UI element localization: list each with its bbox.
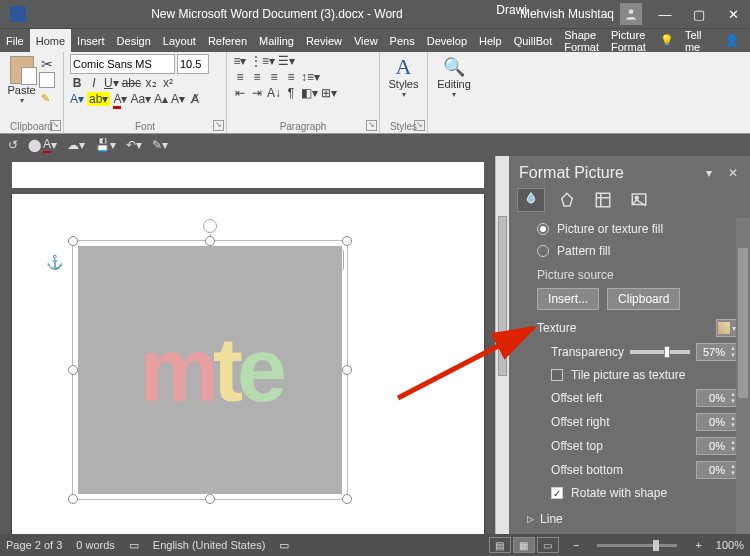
format-painter-icon[interactable]: ✎: [41, 92, 55, 106]
resize-handle[interactable]: [342, 236, 352, 246]
qat-touch-button[interactable]: ↺: [8, 138, 18, 152]
qat-undo-button[interactable]: ↶▾: [126, 138, 142, 152]
maximize-button[interactable]: ▢: [682, 0, 716, 28]
cut-icon[interactable]: ✂: [41, 56, 57, 72]
scrollbar-thumb[interactable]: [738, 248, 748, 398]
tab-pens[interactable]: Pens: [384, 29, 421, 52]
clipboard-button[interactable]: Clipboard: [607, 288, 680, 310]
pane-tab-effects[interactable]: [553, 188, 581, 212]
offset-left-spinner[interactable]: ▲▼: [696, 389, 740, 407]
paragraph-dialog-launcher[interactable]: ↘: [366, 120, 377, 131]
clipboard-dialog-launcher[interactable]: ↘: [50, 120, 61, 131]
copy-icon[interactable]: [41, 74, 57, 90]
tell-me-button[interactable]: 💡 Tell me: [652, 29, 718, 53]
texture-picker-button[interactable]: [716, 319, 738, 337]
offset-bottom-spinner[interactable]: ▲▼: [696, 461, 740, 479]
tab-references[interactable]: Referen: [202, 29, 253, 52]
qat-bullets-button[interactable]: ☁▾: [67, 138, 85, 152]
tab-review[interactable]: Review: [300, 29, 348, 52]
transparency-spinner[interactable]: ▲▼: [696, 343, 740, 361]
tab-view[interactable]: View: [348, 29, 384, 52]
resize-handle[interactable]: [68, 236, 78, 246]
status-words[interactable]: 0 words: [76, 539, 115, 551]
pane-tab-picture[interactable]: [625, 188, 653, 212]
shrink-font-button[interactable]: A▾: [171, 92, 185, 106]
line-spacing-button[interactable]: ↕≡▾: [301, 70, 320, 84]
bullets-button[interactable]: ≡▾: [233, 54, 247, 68]
editing-button[interactable]: 🔍 Editing ▾: [434, 54, 474, 101]
tab-help[interactable]: Help: [473, 29, 508, 52]
subscript-button[interactable]: x₂: [144, 76, 158, 90]
offset-top-spinner[interactable]: ▲▼: [696, 437, 740, 455]
paste-button[interactable]: Paste ▾: [6, 56, 37, 106]
align-center-button[interactable]: ≡: [250, 70, 264, 84]
tab-mailings[interactable]: Mailing: [253, 29, 300, 52]
resize-handle[interactable]: [205, 236, 215, 246]
tab-home[interactable]: Home: [30, 29, 71, 52]
shading-button[interactable]: ◧▾: [301, 86, 318, 100]
status-language[interactable]: English (United States): [153, 539, 266, 551]
pane-close-button[interactable]: ✕: [726, 166, 740, 180]
text-effects-button[interactable]: A▾: [70, 92, 84, 106]
rotate-with-shape-checkbox[interactable]: ✓ Rotate with shape: [519, 482, 746, 504]
font-name-select[interactable]: [70, 54, 175, 74]
slider-thumb[interactable]: [653, 540, 659, 551]
close-button[interactable]: ✕: [716, 0, 750, 28]
tab-design[interactable]: Design: [111, 29, 157, 52]
tab-insert[interactable]: Insert: [71, 29, 111, 52]
show-marks-button[interactable]: ¶: [284, 86, 298, 100]
tab-layout[interactable]: Layout: [157, 29, 202, 52]
font-dialog-launcher[interactable]: ↘: [213, 120, 224, 131]
status-spellcheck-icon[interactable]: ▭: [129, 539, 139, 552]
multilevel-button[interactable]: ☰▾: [278, 54, 295, 68]
underline-button[interactable]: U▾: [104, 76, 119, 90]
share-button[interactable]: 👤 Share: [717, 34, 750, 47]
zoom-level[interactable]: 100%: [716, 539, 744, 551]
numbering-button[interactable]: ⋮≡▾: [250, 54, 275, 68]
vertical-scrollbar[interactable]: [495, 156, 509, 556]
scrollbar-thumb[interactable]: [498, 216, 507, 376]
resize-handle[interactable]: [342, 494, 352, 504]
strikethrough-button[interactable]: abc: [122, 76, 141, 90]
styles-dialog-launcher[interactable]: ↘: [414, 120, 425, 131]
change-case-button[interactable]: Aa▾: [130, 92, 151, 106]
tile-checkbox[interactable]: Tile picture as texture: [519, 364, 746, 386]
fill-picture-texture-radio[interactable]: Picture or texture fill: [519, 218, 746, 240]
pane-tab-layout[interactable]: [589, 188, 617, 212]
increase-indent-button[interactable]: ⇥: [250, 86, 264, 100]
pane-tab-fill[interactable]: [517, 188, 545, 212]
view-print-button[interactable]: ▦: [513, 537, 535, 553]
resize-handle[interactable]: [342, 365, 352, 375]
minimize-button[interactable]: ―: [648, 0, 682, 28]
avatar-icon[interactable]: [620, 3, 642, 25]
tab-file[interactable]: File: [0, 29, 30, 52]
zoom-out-button[interactable]: −: [573, 539, 579, 551]
zoom-in-button[interactable]: +: [695, 539, 701, 551]
italic-button[interactable]: I: [87, 76, 101, 90]
font-color-button[interactable]: A▾: [113, 92, 127, 106]
justify-button[interactable]: ≡: [284, 70, 298, 84]
offset-right-spinner[interactable]: ▲▼: [696, 413, 740, 431]
pane-scrollbar[interactable]: [736, 218, 750, 556]
grow-font-button[interactable]: A▴: [154, 92, 168, 106]
tab-developer[interactable]: Develop: [421, 29, 473, 52]
view-web-button[interactable]: ▭: [537, 537, 559, 553]
view-read-button[interactable]: ▤: [489, 537, 511, 553]
line-section-toggle[interactable]: ▷ Line: [519, 504, 746, 526]
clear-formatting-button[interactable]: A̸: [188, 92, 202, 106]
superscript-button[interactable]: x²: [161, 76, 175, 90]
highlight-button[interactable]: ab▾: [87, 92, 110, 106]
document-area[interactable]: ⚓ ⤢ mte: [0, 156, 495, 556]
account-name[interactable]: Mehvish Mushtaq: [520, 3, 642, 25]
slider-thumb[interactable]: [664, 346, 670, 358]
sort-button[interactable]: A↓: [267, 86, 281, 100]
align-left-button[interactable]: ≡: [233, 70, 247, 84]
qat-save-button[interactable]: 💾▾: [95, 138, 116, 152]
styles-button[interactable]: A Styles ▾: [386, 54, 421, 101]
insert-picture-button[interactable]: Insert...: [537, 288, 599, 310]
align-right-button[interactable]: ≡: [267, 70, 281, 84]
zoom-slider[interactable]: [597, 544, 677, 547]
rotate-handle[interactable]: [203, 219, 217, 233]
font-size-select[interactable]: [177, 54, 209, 74]
qat-font-color-button[interactable]: ⬤ A▾: [28, 137, 57, 153]
